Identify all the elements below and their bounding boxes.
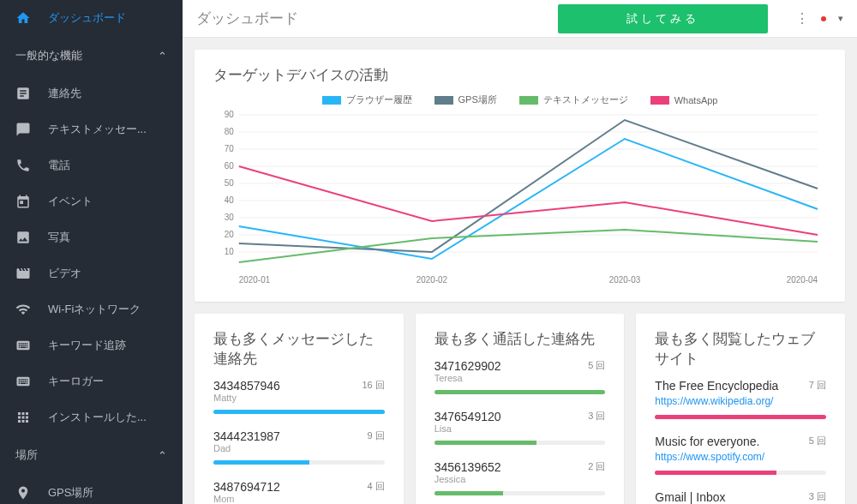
stat-count: 9 回 <box>367 429 384 442</box>
photo-icon <box>15 230 31 245</box>
stat-count: 4 回 <box>367 480 384 493</box>
sidebar-item-event[interactable]: イベント <box>0 183 183 219</box>
page-title: ダッシュボード <box>196 9 298 28</box>
stat-bar <box>434 390 606 394</box>
stat-secondary: Matty <box>213 393 280 403</box>
sidebar-item-label: Wi-Fiネットワーク <box>48 302 141 317</box>
stat-bar <box>434 441 606 445</box>
sidebar-item-message[interactable]: テキストメッセー... <box>0 111 183 147</box>
wifi-icon <box>15 302 31 317</box>
stat-secondary: Jessica <box>434 474 501 484</box>
chevron-up-icon: ⌃ <box>158 50 167 63</box>
sidebar-item-keylogger[interactable]: キーロガー <box>0 363 183 399</box>
stat-bar <box>434 491 606 495</box>
sidebar-item-gps[interactable]: GPS場所 <box>0 475 183 504</box>
more-icon[interactable]: ⋮ <box>795 10 809 27</box>
stat-primary: 3456139652 <box>434 460 501 474</box>
svg-text:10: 10 <box>225 247 234 256</box>
stat-secondary: Lisa <box>434 423 501 434</box>
sidebar-item-label: 連絡先 <box>48 86 81 101</box>
chevron-down-icon[interactable]: ▾ <box>838 13 843 24</box>
legend-item[interactable]: ブラウザー履歴 <box>322 93 412 106</box>
chart-title: ターゲットデバイスの活動 <box>213 65 826 85</box>
stat-item[interactable]: 3456139652Jessica2 回 <box>434 460 606 495</box>
stat-item[interactable]: 3434857946Matty16 回 <box>213 379 385 414</box>
stats-row: 最も多くメッセージした連絡先 3434857946Matty16 回344423… <box>195 314 845 504</box>
stats-card-messages: 最も多くメッセージした連絡先 3434857946Matty16 回344423… <box>195 314 404 504</box>
svg-text:80: 80 <box>225 127 234 136</box>
sidebar-item-label: イベント <box>48 194 93 209</box>
svg-text:2020-04: 2020-04 <box>787 275 818 285</box>
stat-count: 3 回 <box>809 490 826 503</box>
sidebar-item-apps[interactable]: インストールした... <box>0 399 183 435</box>
stat-item[interactable]: The Free Encyclopediahttps://www.wikiped… <box>655 379 826 419</box>
sidebar-item-video[interactable]: ビデオ <box>0 255 183 291</box>
stat-bar <box>655 471 826 475</box>
stat-primary: 3434857946 <box>213 379 280 393</box>
activity-chart: 1020304050607080902020-012020-022020-032… <box>213 106 826 286</box>
stat-item[interactable]: Gmail | Inboxhttps://mail.google.com/3 回 <box>655 490 826 504</box>
topbar: ダッシュボード 試してみる ⋮ ▾ <box>183 0 857 38</box>
sidebar-item-wifi[interactable]: Wi-Fiネットワーク <box>0 291 183 327</box>
try-button[interactable]: 試してみる <box>558 4 768 33</box>
apps-icon <box>15 410 31 425</box>
sidebar-item-label: 電話 <box>48 158 70 173</box>
stat-count: 5 回 <box>588 359 605 372</box>
stat-bar <box>213 410 385 414</box>
stat-item[interactable]: 3444231987Dad9 回 <box>213 429 385 465</box>
sidebar: ダッシュボード 一般的な機能 ⌃ 連絡先テキストメッセー...電話イベント写真ビ… <box>0 0 183 504</box>
legend-swatch <box>434 96 453 105</box>
stat-secondary: Teresa <box>434 373 501 383</box>
sidebar-item-label: テキストメッセー... <box>48 122 147 137</box>
stats-list: The Free Encyclopediahttps://www.wikiped… <box>655 379 826 504</box>
contacts-icon <box>15 86 31 101</box>
chart-wrap: ブラウザー履歴GPS場所テキストメッセージWhatsApp 1020304050… <box>213 93 826 286</box>
sidebar-item-label: ダッシュボード <box>48 10 126 26</box>
svg-text:60: 60 <box>225 161 234 171</box>
sidebar-item-keyword[interactable]: キーワード追跡 <box>0 327 183 363</box>
sidebar-item-dashboard[interactable]: ダッシュボード <box>0 0 183 36</box>
sidebar-item-label: 写真 <box>48 230 70 245</box>
event-icon <box>15 194 31 209</box>
sidebar-item-contacts[interactable]: 連絡先 <box>0 75 183 111</box>
sidebar-item-photo[interactable]: 写真 <box>0 219 183 255</box>
stat-secondary: Mom <box>213 494 280 504</box>
stat-primary: 3471629902 <box>434 359 501 373</box>
sidebar-item-label: キーロガー <box>48 374 104 389</box>
stat-item[interactable]: 3476549120Lisa3 回 <box>434 410 606 445</box>
svg-text:20: 20 <box>225 230 234 239</box>
legend-item[interactable]: WhatsApp <box>650 93 718 106</box>
stats-list: 3434857946Matty16 回3444231987Dad9 回34876… <box>213 379 385 504</box>
stat-primary: The Free Encyclopedia <box>655 379 778 393</box>
stat-count: 5 回 <box>809 435 826 447</box>
legend-label: ブラウザー履歴 <box>346 93 412 106</box>
stats-card-websites: 最も多く閲覧したウェブサイト The Free Encyclopediahttp… <box>636 314 845 504</box>
stat-link[interactable]: https://www.wikipedia.org/ <box>655 395 773 407</box>
legend-swatch <box>322 96 341 105</box>
chevron-up-icon: ⌃ <box>158 449 167 462</box>
stat-primary: 3444231987 <box>213 429 280 443</box>
message-icon <box>15 122 31 137</box>
legend-label: GPS場所 <box>458 93 497 106</box>
stats-card-calls: 最も多く通話した連絡先 3471629902Teresa5 回347654912… <box>416 314 625 504</box>
stat-count: 3 回 <box>588 410 605 423</box>
stat-item[interactable]: 3487694712Mom4 回 <box>213 480 385 504</box>
sidebar-item-label: インストールした... <box>48 410 147 425</box>
sidebar-item-phone[interactable]: 電話 <box>0 147 183 183</box>
stat-primary: 3476549120 <box>434 410 501 423</box>
stats-list: 3471629902Teresa5 回3476549120Lisa3 回3456… <box>434 359 606 495</box>
sidebar-item-label: キーワード追跡 <box>48 338 126 353</box>
stat-link[interactable]: https://www.spotify.com/ <box>655 451 764 463</box>
chart-card: ターゲットデバイスの活動 ブラウザー履歴GPS場所テキストメッセージWhatsA… <box>195 50 845 302</box>
svg-text:90: 90 <box>225 110 234 119</box>
legend-item[interactable]: GPS場所 <box>434 93 497 106</box>
stat-item[interactable]: 3471629902Teresa5 回 <box>434 359 606 394</box>
sidebar-section-general[interactable]: 一般的な機能 ⌃ <box>0 36 183 75</box>
stat-item[interactable]: Music for everyone.https://www.spotify.c… <box>655 435 826 475</box>
stat-count: 2 回 <box>588 460 605 473</box>
legend-item[interactable]: テキストメッセージ <box>519 93 628 106</box>
stat-bar <box>213 460 385 465</box>
stat-primary: Gmail | Inbox <box>655 490 764 504</box>
sidebar-section-location[interactable]: 場所 ⌃ <box>0 435 183 475</box>
stat-primary: Music for everyone. <box>655 435 764 448</box>
